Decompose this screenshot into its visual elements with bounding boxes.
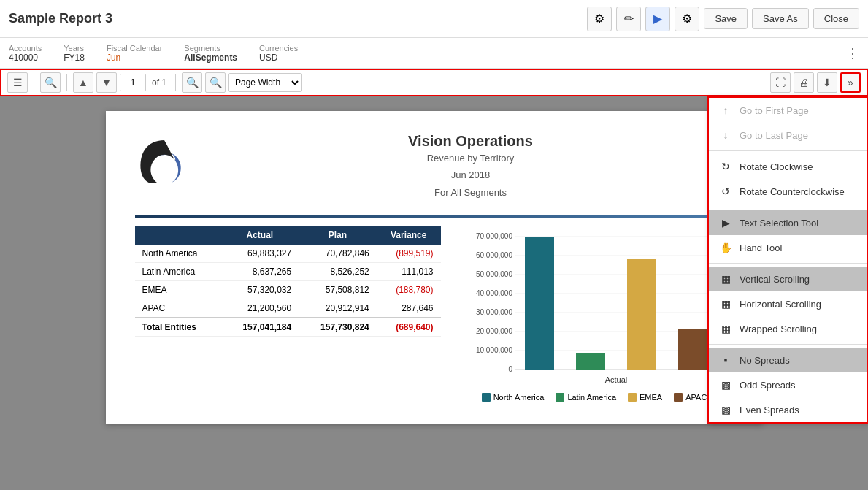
- row-variance: 287,646: [377, 299, 441, 318]
- filter-segments-value: AllSegments: [184, 53, 237, 63]
- dropdown-item-vertical-scroll[interactable]: ▦ Vertical Scrolling: [709, 267, 867, 291]
- chart-legend: North America Latin America EMEA AP: [456, 393, 734, 402]
- toggle-sidebar-button[interactable]: ☰: [7, 72, 28, 93]
- data-table: Actual Plan Variance North America 69,88…: [135, 226, 441, 337]
- close-button[interactable]: Close: [813, 8, 859, 29]
- settings-icon[interactable]: ⚙: [675, 7, 699, 31]
- dropdown-item-hand-tool[interactable]: ✋ Hand Tool: [709, 235, 867, 260]
- filter-segments[interactable]: Segments AllSegments: [184, 44, 237, 63]
- dropdown-item-go-first: ↑ Go to First Page: [709, 98, 867, 123]
- zoom-select[interactable]: Page Width Fit Page 50% 75% 100% 125% 15…: [228, 73, 302, 92]
- dropdown-item-no-spreads[interactable]: ▪ No Spreads: [709, 348, 867, 372]
- toolbar-right-actions: ⛶ 🖨 ⬇ »: [770, 72, 861, 93]
- report-subtitle: Revenue by Territory Jun 2018 For All Se…: [208, 150, 734, 201]
- svg-text:30,000,000: 30,000,000: [475, 308, 512, 316]
- filter-accounts[interactable]: Accounts 410000: [9, 44, 42, 63]
- page-of-text: of 1: [152, 77, 166, 88]
- row-actual: 21,200,560: [221, 299, 299, 318]
- even-spreads-icon: ▩: [719, 403, 732, 416]
- page-number-input[interactable]: [120, 74, 146, 91]
- bar-latin-america: [576, 353, 605, 370]
- report-subtitle-1: Revenue by Territory: [427, 153, 515, 164]
- total-actual: 157,041,184: [221, 318, 299, 337]
- legend-dot-apac: [674, 393, 683, 402]
- filter-currencies[interactable]: Currencies USD: [259, 44, 298, 63]
- zoom-in-button[interactable]: 🔍: [205, 72, 226, 93]
- report-header: Vision Operations Revenue by Territory J…: [135, 133, 734, 201]
- col-header-label: [135, 226, 221, 245]
- dropdown-item-even-spreads[interactable]: ▩ Even Spreads: [709, 397, 867, 422]
- full-screen-button[interactable]: ⛶: [770, 72, 791, 93]
- total-row: Total Entities 157,041,184 157,730,824 (…: [135, 318, 441, 337]
- rotate-ccw-icon: ↺: [719, 185, 732, 198]
- horizontal-scroll-label: Horizontal Scrolling: [740, 299, 821, 310]
- dropdown-item-text-select[interactable]: ▶ Text Selection Tool: [709, 210, 867, 235]
- gear-ring-icon[interactable]: ⚙: [587, 7, 612, 31]
- filter-currencies-label: Currencies: [259, 44, 298, 53]
- report-logo: [135, 133, 193, 191]
- dropdown-item-rotate-ccw[interactable]: ↺ Rotate Counterclockwise: [709, 179, 867, 204]
- pencil-icon[interactable]: ✏: [616, 7, 641, 31]
- row-actual: 8,637,265: [221, 263, 299, 281]
- save-as-button[interactable]: Save As: [752, 8, 809, 29]
- total-plan: 157,730,824: [299, 318, 377, 337]
- horizontal-scroll-icon: ▦: [719, 297, 732, 310]
- wrapped-scroll-label: Wrapped Scrolling: [740, 324, 817, 334]
- legend-apac: APAC: [674, 393, 707, 402]
- main-area: Vision Operations Revenue by Territory J…: [0, 96, 868, 490]
- dropdown-item-odd-spreads[interactable]: ▩ Odd Spreads: [709, 372, 867, 397]
- dropdown-separator: [709, 207, 867, 207]
- play-icon[interactable]: ▶: [645, 7, 670, 31]
- save-button[interactable]: Save: [704, 8, 748, 29]
- row-plan: 57,508,812: [299, 281, 377, 299]
- dropdown-separator: [709, 150, 867, 151]
- more-tools-button[interactable]: »: [840, 72, 861, 93]
- toolbar-sep-1: [34, 74, 34, 91]
- row-label: North America: [135, 245, 221, 263]
- filter-bar: Accounts 410000 Years FY18 Fiscal Calend…: [0, 38, 868, 69]
- col-header-plan: Plan: [299, 226, 377, 245]
- prev-page-button[interactable]: ▲: [73, 72, 93, 93]
- search-button[interactable]: 🔍: [40, 72, 61, 93]
- svg-text:50,000,000: 50,000,000: [475, 270, 512, 278]
- legend-latin-america: Latin America: [556, 393, 616, 402]
- report-title-section: Vision Operations Revenue by Territory J…: [208, 133, 734, 201]
- total-label: Total Entities: [135, 318, 221, 337]
- bar-north-america: [525, 237, 554, 370]
- legend-north-america: North America: [482, 393, 545, 402]
- filter-years[interactable]: Years FY18: [64, 44, 85, 63]
- odd-spreads-icon: ▩: [719, 378, 732, 391]
- print-button[interactable]: 🖨: [794, 72, 814, 93]
- even-spreads-label: Even Spreads: [740, 405, 799, 416]
- filter-fiscal-label: Fiscal Calendar: [107, 44, 162, 53]
- row-plan: 20,912,914: [299, 299, 377, 318]
- svg-text:20,000,000: 20,000,000: [475, 327, 512, 335]
- row-label: APAC: [135, 299, 221, 318]
- dropdown-item-rotate-cw[interactable]: ↻ Rotate Clockwise: [709, 154, 867, 179]
- toolbar-sep-2: [66, 74, 67, 91]
- hand-tool-icon: ✋: [719, 241, 732, 254]
- legend-label-na: North America: [493, 393, 545, 402]
- row-variance: (188,780): [377, 281, 441, 299]
- table-section: Actual Plan Variance North America 69,88…: [135, 226, 441, 402]
- text-select-label: Text Selection Tool: [740, 218, 818, 229]
- filter-currencies-value: USD: [259, 53, 298, 63]
- legend-dot-la: [556, 393, 564, 402]
- svg-text:40,000,000: 40,000,000: [475, 289, 512, 297]
- table-row: North America 69,883,327 70,782,846 (899…: [135, 245, 441, 263]
- zoom-out-button[interactable]: 🔍: [182, 72, 202, 93]
- row-plan: 70,782,846: [299, 245, 377, 263]
- row-variance: (899,519): [377, 245, 441, 263]
- header-actions: ⚙ ✏ ▶ ⚙ Save Save As Close: [587, 7, 859, 31]
- filter-more-icon[interactable]: ⋮: [846, 45, 859, 61]
- dropdown-panel: ↑ Go to First Page ↓ Go to Last Page ↻ R…: [707, 96, 868, 424]
- download-button[interactable]: ⬇: [817, 72, 837, 93]
- dropdown-item-wrapped-scroll[interactable]: ▦ Wrapped Scrolling: [709, 316, 867, 341]
- page-title: Sample Report 3: [9, 11, 112, 26]
- filter-fiscal[interactable]: Fiscal Calendar Jun: [107, 44, 162, 63]
- next-page-button[interactable]: ▼: [96, 72, 117, 93]
- filter-years-label: Years: [64, 44, 85, 53]
- text-select-icon: ▶: [719, 216, 732, 229]
- row-actual: 69,883,327: [221, 245, 299, 263]
- dropdown-item-horizontal-scroll[interactable]: ▦ Horizontal Scrolling: [709, 291, 867, 316]
